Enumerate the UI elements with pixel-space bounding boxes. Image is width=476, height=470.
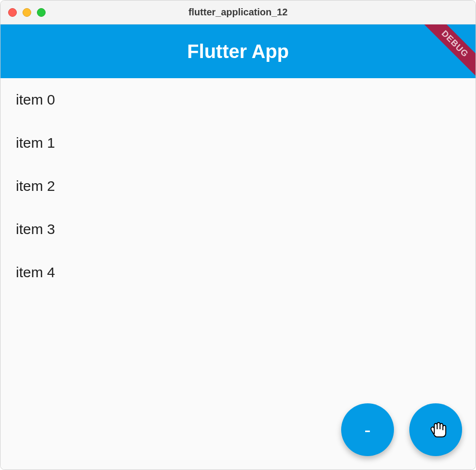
list-item[interactable]: item 1 <box>0 121 476 164</box>
traffic-lights <box>8 8 46 17</box>
list-item[interactable]: item 4 <box>0 251 476 294</box>
list-item[interactable]: item 2 <box>0 164 476 208</box>
list-item[interactable]: item 3 <box>0 208 476 251</box>
window-title: flutter_application_12 <box>189 7 288 18</box>
minus-fab[interactable]: - <box>341 403 394 456</box>
app-bar: Flutter App DEBUG <box>0 24 476 78</box>
minus-icon: - <box>364 420 370 439</box>
debug-banner: DEBUG <box>418 24 476 78</box>
close-window-button[interactable] <box>8 8 17 17</box>
app-content: Flutter App DEBUG item 0 item 1 item 2 i… <box>0 24 476 470</box>
app-window: flutter_application_12 Flutter App DEBUG… <box>0 0 476 470</box>
app-bar-title: Flutter App <box>187 41 289 62</box>
list-item[interactable]: item 0 <box>0 78 476 121</box>
maximize-window-button[interactable] <box>37 8 46 17</box>
fab-container: - + <box>341 403 462 456</box>
minimize-window-button[interactable] <box>23 8 31 17</box>
titlebar: flutter_application_12 <box>0 0 476 24</box>
list-container: item 0 item 1 item 2 item 3 item 4 <box>0 78 476 294</box>
plus-fab[interactable]: + <box>409 403 462 456</box>
plus-icon: + <box>430 420 441 439</box>
